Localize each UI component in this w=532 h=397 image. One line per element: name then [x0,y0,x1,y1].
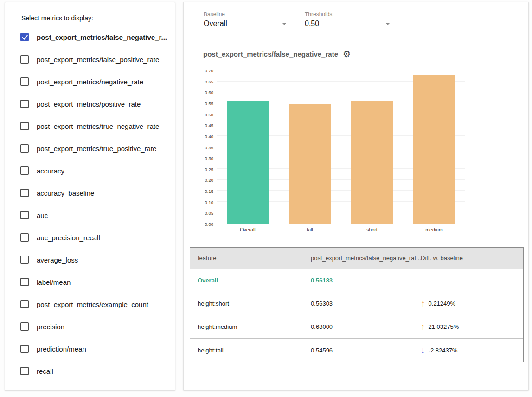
metric-label: auc_precision_recall [37,234,100,242]
metric-checkbox-row[interactable]: accuracy_baseline [5,182,175,204]
metric-label: recall [37,367,53,375]
checkbox-unchecked-icon[interactable] [20,189,29,197]
chart-title: post_export_metrics/false_negative_rate [203,50,338,58]
checkbox-unchecked-icon[interactable] [20,345,29,353]
metric-checkbox-row[interactable]: prediction/mean [5,338,175,360]
feature-cell: Overall [190,277,303,284]
feature-cell: height:short [190,300,303,307]
checkbox-unchecked-icon[interactable] [20,300,29,308]
chevron-down-icon [282,23,287,25]
baseline-select-label: Baseline [204,11,289,18]
metric-checkbox-row[interactable]: post_export_metrics/true_negative_rate [5,115,175,137]
y-axis-tick-label: 0.60 [205,90,214,95]
y-axis-tick-label: 0.35 [205,145,214,150]
bar-medium[interactable] [413,75,455,224]
x-axis-label: Overall [217,227,279,232]
metric-checkbox-row[interactable]: post_export_metrics/true_positive_rate [5,137,175,160]
chart-header: post_export_metrics/false_negative_rate … [203,50,528,58]
metric-label: accuracy [37,167,64,175]
checkbox-unchecked-icon[interactable] [20,55,29,64]
metric-checkbox-row[interactable]: precision [5,315,175,338]
baseline-select[interactable]: Baseline Overall [204,11,289,31]
bar-short[interactable] [351,101,393,224]
checkbox-unchecked-icon[interactable] [20,144,29,153]
metric-label: auc [37,211,48,219]
arrow-down-icon: ↓ [421,346,425,355]
metric-label: post_export_metrics/true_positive_rate [37,145,156,153]
metric-selector-title: Select metrics to display: [21,14,175,22]
metric-value-cell: 0.56183 [303,277,413,284]
checkbox-unchecked-icon[interactable] [20,278,29,286]
checkbox-unchecked-icon[interactable] [20,322,29,331]
table-row: height:medium0.68000↑21.03275% [190,315,523,339]
y-axis-tick-label: 0.05 [205,211,214,216]
metric-checkbox-row[interactable]: post_export_metrics/false_negative_r... [5,26,175,48]
y-axis-tick-label: 0.20 [205,178,214,183]
baseline-select-value: Overall [204,19,227,28]
y-axis-tick-label: 0.40 [205,134,214,139]
metric-label: precision [37,323,64,331]
thresholds-select[interactable]: Thresholds 0.50 [305,11,393,31]
y-axis-tick-label: 0.45 [205,123,214,128]
checkbox-unchecked-icon[interactable] [20,122,29,130]
checkbox-checked-icon[interactable] [20,33,29,41]
y-axis-tick-label: 0.50 [205,112,214,117]
y-axis-tick-label: 0.15 [205,189,214,194]
metric-label: accuracy_baseline [37,189,94,197]
metric-selector-panel: Select metrics to display: post_export_m… [5,2,175,391]
metric-checkbox-row[interactable]: post_export_metrics/example_count [5,293,175,315]
checkbox-unchecked-icon[interactable] [20,211,29,219]
metrics-list: post_export_metrics/false_negative_r...p… [5,26,175,382]
metric-label: post_export_metrics/true_negative_rate [37,122,159,130]
bar-Overall[interactable] [227,101,269,224]
table-row: height:short0.56303↑0.21249% [190,292,523,315]
table-header-cell: feature [190,255,303,262]
bar-tall[interactable] [289,104,331,224]
metric-checkbox-row[interactable]: average_loss [5,249,175,271]
diff-cell: ↑0.21249% [413,299,523,308]
y-axis-tick-label: 0.00 [205,222,214,227]
bar-slot [403,70,465,224]
metric-label: post_export_metrics/positive_rate [37,100,141,108]
bar-chart: 0.000.050.100.150.200.250.300.350.400.45… [195,70,465,234]
metric-checkbox-row[interactable]: auc_precision_recall [5,226,175,249]
checkbox-unchecked-icon[interactable] [20,77,29,86]
y-axis-tick-label: 0.70 [205,68,214,73]
chevron-down-icon [385,23,390,25]
chart-controls: Baseline Overall Thresholds 0.50 [184,2,528,31]
y-axis-tick-label: 0.10 [205,199,214,205]
checkbox-unchecked-icon[interactable] [20,233,29,242]
metric-checkbox-row[interactable]: post_export_metrics/false_positive_rate [5,48,175,70]
thresholds-select-value: 0.50 [305,19,319,28]
checkbox-unchecked-icon[interactable] [20,367,29,375]
feature-cell: height:tall [190,347,303,354]
metric-value-cell: 0.68000 [303,323,413,330]
checkbox-unchecked-icon[interactable] [20,256,29,264]
metric-label: label/mean [37,278,71,286]
chart-x-axis: Overalltallshortmedium [217,224,465,234]
table-header-cell: post_export_metrics/false_negative_rat..… [303,255,413,262]
metric-label: post_export_metrics/negative_rate [37,78,143,86]
metrics-table-header-row: featurepost_export_metrics/false_negativ… [190,248,523,269]
x-axis-label: short [341,227,403,232]
metric-checkbox-row[interactable]: accuracy [5,160,175,182]
y-axis-tick-label: 0.65 [205,79,214,84]
metric-checkbox-row[interactable]: label/mean [5,271,175,293]
metric-label: post_export_metrics/false_positive_rate [37,56,159,64]
metric-checkbox-row[interactable]: post_export_metrics/negative_rate [5,70,175,93]
metric-checkbox-row[interactable]: auc [5,204,175,226]
metric-label: post_export_metrics/example_count [37,301,148,308]
diff-value: 21.03275% [429,323,459,330]
metric-checkbox-row[interactable]: post_export_metrics/positive_rate [5,93,175,115]
chart-y-axis: 0.000.050.100.150.200.250.300.350.400.45… [195,70,217,224]
checkbox-unchecked-icon[interactable] [20,100,29,108]
settings-gear-icon[interactable]: ⚙ [343,50,351,58]
x-axis-label: tall [279,227,341,232]
metric-value-cell: 0.56303 [303,300,413,307]
table-row: Overall0.56183 [190,269,523,292]
report-panel: Baseline Overall Thresholds 0.50 post_ex… [183,2,529,391]
chart-plot-area [217,70,465,224]
metric-checkbox-row[interactable]: recall [5,360,175,382]
checkbox-unchecked-icon[interactable] [20,166,29,175]
metric-label: post_export_metrics/false_negative_r... [37,33,167,41]
